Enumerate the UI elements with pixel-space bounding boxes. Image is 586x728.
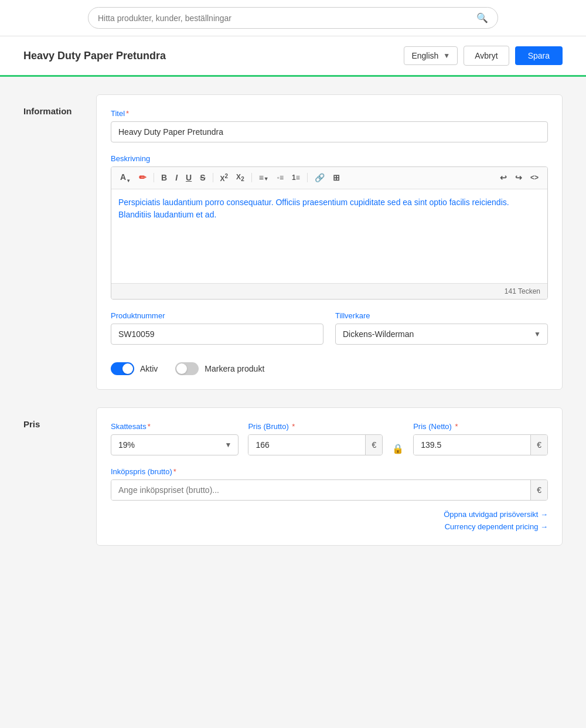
product-manufacturer-row: Produktnummer Tillverkare Dickens-Wilder…	[111, 311, 548, 356]
description-field-group: Beskrivning A▼ ✏ B I U S X2 X2 ≡▼	[111, 154, 548, 300]
manufacturer-field-group: Tillverkare Dickens-Wilderman ▼	[335, 311, 548, 345]
strikethrough-button[interactable]: S	[197, 171, 208, 184]
undo-button[interactable]: ↩	[497, 171, 510, 184]
featured-label: Markera produkt	[205, 364, 264, 373]
currency-pricing-link[interactable]: Currency dependent pricing →	[445, 522, 548, 531]
open-pricing-link[interactable]: Öppna utvidgad prisöversikt →	[444, 510, 548, 519]
link-button[interactable]: 🔗	[312, 171, 328, 184]
tax-select[interactable]: 19%	[111, 434, 239, 455]
editor-toolbar: A▼ ✏ B I U S X2 X2 ≡▼ ◦≡ 1≡	[111, 167, 547, 189]
search-input[interactable]	[98, 13, 476, 23]
toggles-row: Aktiv Markera produkt	[111, 362, 548, 375]
purchase-input-wrapper: €	[111, 479, 548, 501]
tax-label: Skattesats*	[111, 422, 239, 431]
tax-select-wrapper: 19% ▼	[111, 434, 239, 455]
manufacturer-label: Tillverkare	[335, 311, 548, 320]
italic-button[interactable]: I	[172, 171, 180, 184]
search-bar-section: 🔍	[0, 0, 586, 36]
featured-toggle-slider	[175, 362, 199, 375]
title-label: Titel*	[111, 109, 548, 118]
main-content: Information Titel* Beskrivning A▼ ✏ B	[0, 77, 586, 563]
netto-input-wrapper: €	[413, 434, 548, 455]
chevron-down-icon: ▼	[443, 52, 450, 60]
language-selector[interactable]: English ▼	[404, 46, 458, 65]
featured-toggle[interactable]	[175, 362, 199, 375]
save-button[interactable]: Spara	[515, 46, 563, 65]
netto-currency: €	[530, 435, 547, 455]
price-section: Pris Skattesats* 19% ▼	[23, 407, 563, 546]
search-bar-container: 🔍	[88, 7, 498, 29]
active-toggle[interactable]	[111, 362, 134, 375]
toolbar-separator-3	[251, 173, 252, 182]
eraser-button[interactable]: ✏	[136, 171, 149, 185]
redo-button[interactable]: ↪	[512, 171, 525, 184]
unordered-list-button[interactable]: ◦≡	[274, 172, 287, 183]
search-icon: 🔍	[476, 12, 488, 23]
brutto-field-group: Pris (Brutto) * €	[248, 422, 383, 455]
page-title: Heavy Duty Paper Pretundra	[23, 50, 166, 62]
brutto-input[interactable]	[248, 435, 365, 455]
brutto-currency: €	[365, 435, 382, 455]
toolbar-separator-2	[213, 173, 213, 182]
product-number-input[interactable]	[111, 324, 323, 345]
information-label: Information	[23, 94, 82, 116]
information-card: Titel* Beskrivning A▼ ✏ B I U S	[96, 94, 563, 390]
superscript-button[interactable]: X2	[217, 171, 231, 185]
page-header: Heavy Duty Paper Pretundra English ▼ Avb…	[0, 36, 586, 77]
toolbar-separator-4	[307, 173, 308, 182]
purchase-field-group: Inköpspris (brutto)* €	[111, 467, 548, 501]
manufacturer-select[interactable]: Dickens-Wilderman	[335, 324, 548, 345]
subscript-button[interactable]: X2	[233, 171, 247, 184]
bold-button[interactable]: B	[158, 171, 170, 184]
product-number-label: Produktnummer	[111, 311, 323, 320]
ordered-list-button[interactable]: 1≡	[289, 172, 303, 183]
cancel-button[interactable]: Avbryt	[464, 46, 509, 66]
netto-field-group: Pris (Netto) * €	[413, 422, 548, 455]
title-input[interactable]	[111, 121, 548, 142]
price-fields-row: Skattesats* 19% ▼ Pris (Brutto) *	[111, 422, 548, 455]
editor-content[interactable]: Perspiciatis laudantium porro consequatu…	[111, 189, 547, 283]
netto-input[interactable]	[414, 435, 530, 455]
header-actions: English ▼ Avbryt Spara	[404, 46, 563, 66]
purchase-currency: €	[530, 480, 547, 500]
description-label: Beskrivning	[111, 154, 548, 163]
manufacturer-select-wrapper: Dickens-Wilderman ▼	[335, 324, 548, 345]
underline-button[interactable]: U	[183, 171, 195, 184]
purchase-input[interactable]	[111, 480, 530, 500]
price-card: Skattesats* 19% ▼ Pris (Brutto) *	[96, 407, 563, 546]
information-section: Information Titel* Beskrivning A▼ ✏ B	[23, 94, 563, 390]
active-label: Aktiv	[140, 364, 158, 373]
align-button[interactable]: ≡▼	[256, 171, 272, 184]
source-button[interactable]: <>	[527, 172, 541, 183]
title-field-group: Titel*	[111, 109, 548, 142]
links-row: Öppna utvidgad prisöversikt → Currency d…	[111, 510, 548, 531]
product-number-field-group: Produktnummer	[111, 311, 323, 345]
table-button[interactable]: ⊞	[330, 171, 343, 184]
price-label: Pris	[23, 407, 82, 429]
price-lock-icon: 🔒	[392, 443, 404, 455]
active-toggle-slider	[111, 362, 134, 375]
brutto-label: Pris (Brutto) *	[248, 422, 383, 431]
font-button[interactable]: A▼	[117, 171, 134, 185]
purchase-label: Inköpspris (brutto)*	[111, 467, 548, 476]
rich-text-editor: A▼ ✏ B I U S X2 X2 ≡▼ ◦≡ 1≡	[111, 166, 548, 300]
netto-label: Pris (Netto) *	[413, 422, 548, 431]
featured-toggle-group: Markera produkt	[175, 362, 264, 375]
language-label: English	[411, 51, 438, 60]
active-toggle-group: Aktiv	[111, 362, 158, 375]
char-count: 141 Tecken	[111, 283, 547, 299]
tax-field-group: Skattesats* 19% ▼	[111, 422, 239, 455]
brutto-input-wrapper: €	[248, 434, 383, 455]
toolbar-separator-1	[154, 173, 154, 182]
